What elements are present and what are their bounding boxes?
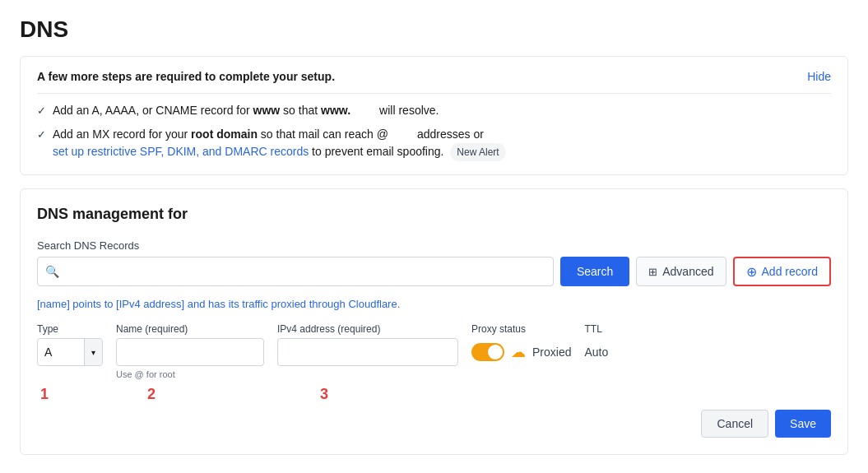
dns-mgmt-title: DNS management for [37, 206, 831, 223]
type-group: Type A ▾ [37, 323, 103, 366]
advanced-button-label: Advanced [662, 265, 713, 278]
ttl-value: Auto [584, 338, 608, 366]
use-at-hint: Use @ for root [116, 369, 264, 379]
cloud-icon: ☁ [511, 343, 526, 361]
ttl-group: TTL Auto [584, 323, 608, 366]
name-label: Name (required) [116, 323, 264, 335]
dropdown-arrow-icon[interactable]: ▾ [84, 339, 102, 365]
search-label: Search DNS Records [37, 239, 831, 252]
search-row: 🔍 Search ⊞ Advanced ⊕ Add record [37, 257, 831, 286]
save-button[interactable]: Save [775, 410, 831, 438]
add-record-plus-icon: ⊕ [746, 264, 757, 280]
setup-banner: A few more steps are required to complet… [20, 56, 848, 175]
ttl-label: TTL [584, 323, 608, 335]
new-alert-badge: New Alert [450, 143, 505, 161]
step-number-3: 3 [320, 386, 328, 403]
page-title: DNS [20, 16, 848, 43]
proxy-row: ☁ Proxied [471, 338, 571, 366]
search-icon: 🔍 [45, 265, 59, 278]
add-record-label: Add record [762, 265, 818, 278]
proxy-label: Proxy status [471, 323, 571, 335]
name-group: Name (required) Use @ for root [116, 323, 264, 379]
ipv4-input[interactable] [277, 338, 458, 366]
setup-item-1: ✓ Add an A, AAAA, or CNAME record for ww… [37, 102, 831, 119]
type-value: A [38, 338, 84, 366]
advanced-table-icon: ⊞ [648, 266, 657, 278]
proxy-info-text: [name] points to [IPv4 address] and has … [37, 298, 831, 310]
proxy-text: Proxied [532, 345, 571, 359]
search-button[interactable]: Search [560, 257, 629, 286]
actions-row: Cancel Save [37, 410, 831, 438]
setup-banner-title: A few more steps are required to complet… [37, 70, 831, 83]
check-icon-2: ✓ [37, 127, 46, 143]
advanced-button[interactable]: ⊞ Advanced [636, 257, 726, 286]
ipv4-label: IPv4 address (required) [277, 323, 458, 335]
spf-dkim-link[interactable]: set up restrictive SPF, DKIM, and DMARC … [53, 145, 309, 158]
setup-item-2-text: Add an MX record for your root domain so… [53, 126, 506, 161]
proxy-group: Proxy status ☁ Proxied [471, 323, 571, 366]
setup-item-2: ✓ Add an MX record for your root domain … [37, 126, 831, 161]
dns-management-panel: DNS management for Search DNS Records 🔍 … [20, 188, 848, 455]
proxy-toggle[interactable] [471, 343, 504, 361]
type-select[interactable]: A ▾ [37, 338, 103, 366]
check-icon-1: ✓ [37, 103, 46, 119]
type-label: Type [37, 323, 103, 335]
record-form-row: Type A ▾ Name (required) Use @ for root … [37, 323, 831, 379]
add-record-button[interactable]: ⊕ Add record [733, 257, 831, 286]
ipv4-group: IPv4 address (required) [277, 323, 458, 366]
name-input[interactable] [116, 338, 264, 366]
step-number-2: 2 [147, 386, 155, 403]
search-input-wrapper: 🔍 [37, 257, 554, 286]
setup-item-1-text: Add an A, AAAA, or CNAME record for www … [53, 102, 439, 119]
hide-link[interactable]: Hide [807, 70, 831, 83]
step-number-1: 1 [40, 386, 49, 403]
cancel-button[interactable]: Cancel [701, 410, 768, 438]
search-input[interactable] [37, 257, 554, 286]
step-numbers-row: 1 2 3 [37, 386, 831, 403]
